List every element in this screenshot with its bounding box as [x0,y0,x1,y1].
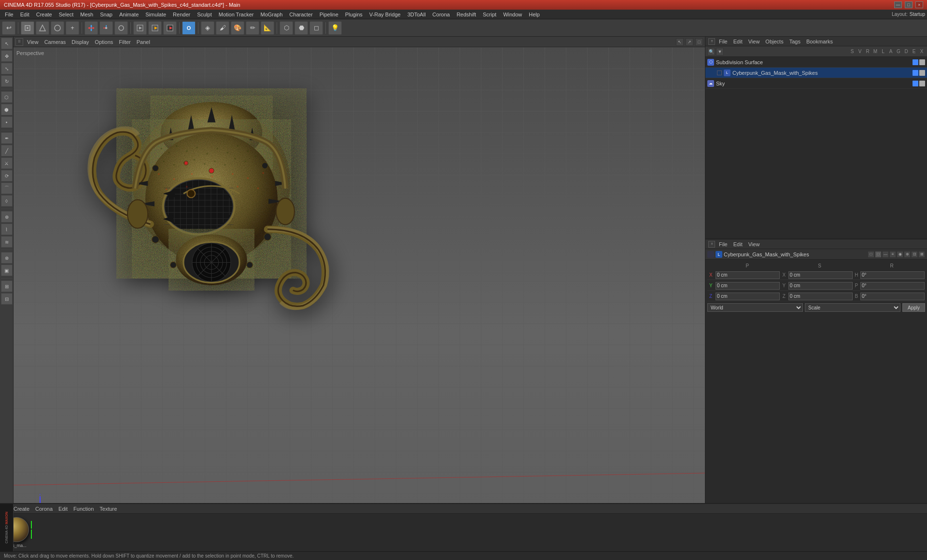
om-row-subdivision[interactable]: ⬡ Subdivision Surface [705,57,927,68]
menu-create[interactable]: Create [33,11,55,18]
om-subdivision-vis[interactable] [919,59,925,65]
menu-corona[interactable]: Corona [430,11,453,18]
projection-button[interactable]: 📐 [261,21,274,35]
om-tool-search[interactable]: 🔍 [707,48,715,56]
viewport-expand-icon[interactable]: ↖ [676,38,684,46]
menu-snap[interactable]: Snap [97,11,115,18]
om-menu-file[interactable]: File [717,38,730,45]
left-tool-paint[interactable]: ⊟ [1,293,13,305]
am-x-rot[interactable] [860,271,925,279]
move-tool-button[interactable] [84,21,98,35]
am-scale-dropdown[interactable]: Scale [805,303,900,312]
am-apply-button[interactable]: Apply [902,303,925,312]
texture-mode-button[interactable] [51,21,64,35]
undo-button[interactable]: ↩ [2,21,15,35]
menu-character[interactable]: Character [286,11,315,18]
om-tool-filter[interactable]: ▼ [716,48,724,56]
menu-animate[interactable]: Animate [116,11,141,18]
am-y-pos[interactable] [716,282,780,290]
menu-script[interactable]: Script [480,11,499,18]
viewport-menu-panel[interactable]: Panel [135,38,152,46]
am-col-icon-8[interactable]: ⊠ [918,251,925,258]
close-button[interactable]: × [915,1,923,8]
left-tool-select[interactable]: ↖ [1,38,13,49]
menu-mograph[interactable]: MoGraph [257,11,285,18]
om-menu-edit[interactable]: Edit [731,38,744,45]
viewport-menu-display[interactable]: Display [70,38,91,46]
am-world-dropdown[interactable]: World Object [707,303,803,312]
maximize-button[interactable]: □ [905,1,913,8]
object-button[interactable]: O [182,21,196,35]
am-z-scale[interactable] [788,293,853,300]
left-tool-line[interactable]: ╱ [1,145,13,156]
left-tool-bridge[interactable]: ⌒ [1,182,13,194]
menu-3dto[interactable]: 3DToAll [405,11,429,18]
viewport-link-icon[interactable]: ↗ [686,38,693,46]
am-col-icon-2[interactable]: □ [875,251,882,258]
light-button[interactable]: 💡 [328,21,342,35]
left-tool-pen[interactable]: ✒ [1,132,13,144]
bottom-menu-corona[interactable]: Corona [33,505,55,512]
rotate-tool-button[interactable] [114,21,128,35]
viewport-menu-options[interactable]: Options [93,38,115,46]
am-menu-file[interactable]: File [717,241,730,248]
am-col-icon-4[interactable]: ≡ [889,251,896,258]
left-tool-point[interactable]: • [1,116,13,128]
om-row-sky[interactable]: ☁ Sky [705,78,927,89]
am-z-rot[interactable] [860,293,925,300]
left-tool-edge[interactable]: ⬢ [1,104,13,115]
bodypaint-button[interactable]: 🎨 [231,21,244,35]
left-tool-3dsnap[interactable]: ⊕ [1,211,13,223]
am-menu-edit[interactable]: Edit [731,241,744,248]
am-x-pos[interactable] [716,271,780,279]
om-menu-objects[interactable]: Objects [763,38,785,45]
left-tool-move[interactable]: ✥ [1,50,13,62]
viewport-maximize-icon[interactable]: □ [695,38,703,46]
menu-plugins[interactable]: Plugins [342,11,365,18]
sculpt-tool-button[interactable]: ✏ [246,21,259,35]
am-col-icon-5[interactable]: ◉ [897,251,903,258]
menu-motion-tracker[interactable]: Motion Tracker [216,11,257,18]
scale-tool-button[interactable] [99,21,113,35]
left-tool-grab[interactable]: ⊗ [1,252,13,264]
render-view-button[interactable] [148,21,162,35]
left-tool-ironing[interactable]: ◊ [1,195,13,207]
menu-help[interactable]: Help [526,11,543,18]
texture-paint-button[interactable]: 🖌 [216,21,229,35]
bottom-menu-function[interactable]: Function [71,505,96,512]
render-picture-viewer-button[interactable] [163,21,177,35]
menu-redshift[interactable]: Redshift [454,11,479,18]
om-menu-view[interactable]: View [746,38,762,45]
om-menu-tags[interactable]: Tags [787,38,802,45]
left-tool-knife[interactable]: ⚔ [1,157,13,169]
am-col-icon-1[interactable]: □ [868,251,874,258]
viewport-menu-cameras[interactable]: Cameras [42,38,68,46]
menu-window[interactable]: Window [500,11,525,18]
menu-sculpt[interactable]: Sculpt [194,11,215,18]
am-z-pos[interactable] [716,293,780,300]
left-tool-magnet[interactable]: ⌇ [1,224,13,235]
menu-mesh[interactable]: Mesh [77,11,96,18]
am-y-scale[interactable] [788,282,853,290]
viewport-menu-filter[interactable]: Filter [117,38,132,46]
left-tool-smooth[interactable]: ≋ [1,236,13,248]
minimize-button[interactable]: — [894,1,902,8]
bottom-menu-edit[interactable]: Edit [56,505,70,512]
left-tool-loop[interactable]: ⟳ [1,170,13,182]
am-y-rot[interactable] [860,282,925,290]
sculpt-mode-button[interactable] [36,21,49,35]
am-col-icon-6[interactable]: ⊕ [904,251,911,258]
weight-button[interactable]: ⬣ [295,21,308,35]
menu-render[interactable]: Render [170,11,193,18]
om-menu-bookmarks[interactable]: Bookmarks [804,38,835,45]
left-tool-rotate[interactable]: ↻ [1,75,13,87]
bottom-material-area[interactable]: Gas_ma... [0,514,927,551]
menu-vray[interactable]: V-Ray Bridge [366,11,404,18]
am-col-icon-3[interactable]: — [882,251,889,258]
render-region-button[interactable] [133,21,147,35]
left-tool-terrain[interactable]: ⊞ [1,280,13,292]
object-manager-content[interactable]: ⬡ Subdivision Surface L Cyberpunk_Gas_Ma… [705,57,927,238]
om-gasmask-vis[interactable] [919,70,925,76]
om-sky-vis[interactable] [919,81,925,86]
am-menu-view[interactable]: View [746,241,762,248]
